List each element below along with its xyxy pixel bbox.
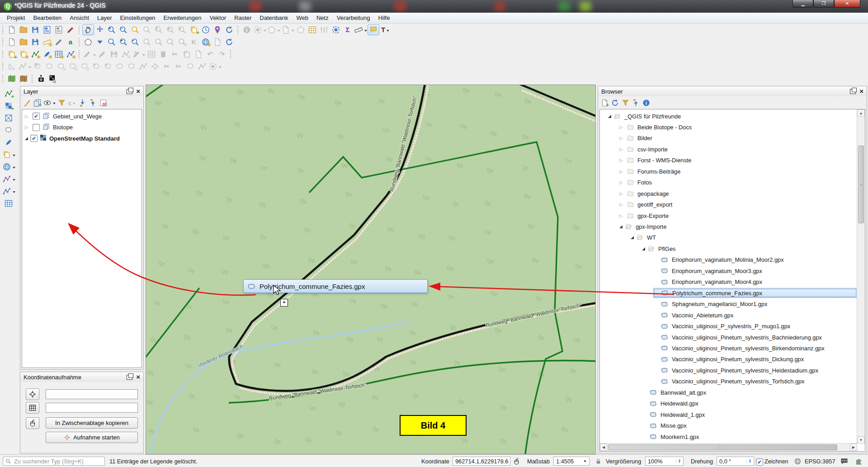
toolbar-handle[interactable] <box>2 25 4 34</box>
layer-visibility-checkbox[interactable] <box>33 124 40 131</box>
rotate-feature-icon[interactable]: ↻ <box>32 61 43 72</box>
track-mouse-button[interactable] <box>26 417 39 429</box>
close-panel-icon[interactable]: × <box>136 88 140 94</box>
browser-item-polytrichum-commune-fazies-gpx[interactable]: Polytrichum_commune_Fazies.gpx <box>653 288 857 298</box>
browser-item-forums-beitr-ge[interactable]: ▷Forums-Beiträge <box>619 166 857 176</box>
magnifier-3-icon[interactable] <box>165 37 176 47</box>
menu-verarbeitung[interactable]: Verarbeitung <box>333 13 374 23</box>
browser-item-vaccinio-abietetum-gpx[interactable]: Vaccinio_Abietetum.gpx <box>653 310 857 320</box>
paste-features-icon[interactable] <box>193 49 204 60</box>
expander-icon[interactable] <box>608 115 611 118</box>
magnifier-1-icon[interactable] <box>141 37 153 47</box>
expander-icon[interactable] <box>25 137 28 140</box>
cad-construction-icon[interactable] <box>18 61 32 72</box>
coordinate-field-1[interactable] <box>46 389 138 399</box>
menu-datenbank[interactable]: Datenbank <box>256 13 292 23</box>
browser-item-eriophorum-vaginatum-molinia-moor2-gpx[interactable]: Eriophorum_vaginatum_Molinia_Moor2.gpx <box>653 255 857 265</box>
add-feature-icon[interactable]: ✳ <box>120 49 132 60</box>
new-shapefile-layer-icon[interactable]: ✳ <box>18 49 29 60</box>
merge-attributes-icon[interactable]: ✂ <box>173 61 184 72</box>
render-checkbox[interactable]: ✔ <box>756 458 763 466</box>
undo-icon[interactable]: ↶ <box>204 49 216 60</box>
add-delimited-text-layer-icon[interactable] <box>3 137 14 148</box>
new-mesh-layer-icon[interactable]: ✳ <box>53 49 65 60</box>
toggle-editing-icon[interactable] <box>96 49 108 60</box>
statistics-summary-icon[interactable] <box>318 24 330 35</box>
toolbar-handle[interactable] <box>2 62 4 71</box>
add-part-icon[interactable]: ✳ <box>67 61 79 72</box>
current-edits-icon[interactable] <box>82 49 96 60</box>
collapse-all-icon[interactable] <box>88 98 98 108</box>
zoom-native-icon[interactable]: 1 <box>153 24 165 35</box>
vertex-tool-icon[interactable]: × <box>132 49 146 60</box>
down-arrow-icon[interactable] <box>94 37 106 47</box>
menu-projekt[interactable]: Projekt <box>3 13 29 23</box>
browser-item-gpx-exporte[interactable]: ▷gpx-Exporte <box>619 211 857 221</box>
browser-item-vaccinio-uliginosi-pinetum-sylvestris-heidestadium-gpx[interactable]: Vaccinio_uliginosi_Pinetum_sylvestris_He… <box>653 365 857 375</box>
trim-extend-icon[interactable] <box>196 61 208 72</box>
browser-item-moorkern1-gpx[interactable]: Moorkern1.gpx <box>642 432 857 442</box>
new-virtual-layer-icon[interactable]: ✳ <box>29 49 41 60</box>
copy-to-clipboard-button[interactable]: In Zwischenablage kopieren <box>46 417 138 429</box>
shortcut-k-icon[interactable]: K <box>188 37 200 47</box>
map-theme-green-icon[interactable] <box>6 73 18 84</box>
close-panel-icon[interactable]: × <box>136 374 140 380</box>
layer-item-gebiet-und-wege[interactable]: ▷✔Gebiet_und_Wege <box>25 111 142 121</box>
plugin-status-icon[interactable] <box>854 457 863 466</box>
menu-vektor[interactable]: Vektor <box>205 13 230 23</box>
pan-to-selection-icon[interactable] <box>94 24 106 35</box>
crs-globe-icon[interactable] <box>794 457 802 466</box>
expander-icon[interactable]: ▷ <box>25 114 30 119</box>
add-spatialite-layer-icon[interactable] <box>2 174 16 184</box>
new-geopackage-layer-icon[interactable]: + <box>6 49 18 60</box>
browser-item-geotiff-export[interactable]: ▷geotiff_export <box>619 200 857 210</box>
refresh-map-icon[interactable] <box>223 24 235 35</box>
reshape-features-icon[interactable] <box>126 61 137 72</box>
toolbar-handle[interactable] <box>230 50 232 59</box>
delete-part-icon[interactable]: × <box>102 61 114 72</box>
browser-properties-icon[interactable] <box>641 98 651 108</box>
map-canvas[interactable]: Rundweg "Bannwald "Waldmoor-Torfstich" R… <box>146 85 596 454</box>
new-gpx-layer-icon[interactable]: ✳ <box>65 49 76 60</box>
add-group-icon[interactable]: + <box>32 98 42 108</box>
expand-all-icon[interactable] <box>77 98 87 108</box>
add-oracle-layer-icon[interactable] <box>3 198 14 209</box>
redo-icon[interactable]: ↷ <box>216 49 228 60</box>
browser-item-sphagnetum-magellanici-moor1-gpx[interactable]: Sphagnetum_magellanici_Moor1.gpx <box>653 299 857 309</box>
add-selected-layers-icon[interactable]: + <box>599 98 609 108</box>
new-temporary-layer-icon[interactable]: ✳ <box>41 49 53 60</box>
new-print-layout-icon[interactable] <box>41 24 53 35</box>
browser-item-fotos[interactable]: ▷Fotos <box>619 178 857 188</box>
new-bookmark-icon[interactable] <box>212 24 223 35</box>
coordinate-capture-icon[interactable] <box>35 73 47 84</box>
browser-item-heidewald-1-gpx[interactable]: Heidewald_1.gpx <box>642 410 857 420</box>
add-point-cloud-layer-icon[interactable] <box>3 125 14 136</box>
menu-erweiterungen[interactable]: Erweiterungen <box>160 13 206 23</box>
expander-icon[interactable]: ▷ <box>619 136 625 141</box>
auto-label-icon[interactable]: a <box>65 37 76 47</box>
add-vector-layer-icon[interactable]: + <box>3 88 14 99</box>
modify-attributes-icon[interactable] <box>146 49 157 60</box>
float-panel-icon[interactable] <box>127 375 132 380</box>
browser-horizontal-scrollbar[interactable]: ◀ ⋮⋮⋮ ▶ <box>600 443 857 451</box>
text-annotation-icon[interactable]: T <box>379 24 391 35</box>
layer-visibility-checkbox[interactable]: ✔ <box>33 113 40 120</box>
toolbar-handle[interactable] <box>31 74 33 83</box>
toolbar-handle[interactable] <box>237 25 239 34</box>
minimize-button[interactable]: ▁ <box>793 0 813 8</box>
delete-ring-icon[interactable]: × <box>90 61 102 72</box>
toolbar-handle[interactable] <box>78 25 80 34</box>
rotation-spinbox[interactable]: 0,0 ° ▲▼ <box>717 457 754 466</box>
new-project-icon[interactable] <box>6 24 18 35</box>
scale-combobox[interactable]: 1:4505 ▼ <box>553 457 590 466</box>
expander-icon[interactable]: ▷ <box>25 125 30 130</box>
magnifier-2-icon[interactable] <box>153 37 165 47</box>
digitize-options-icon[interactable] <box>208 61 222 72</box>
attribute-table-icon[interactable] <box>307 24 318 35</box>
grid-coordinates-button[interactable] <box>26 402 39 414</box>
spinner-arrows-icon[interactable]: ▲▼ <box>676 459 681 463</box>
toolbar-handle[interactable] <box>78 38 80 47</box>
expander-icon[interactable]: ▷ <box>619 191 625 196</box>
simplify-feature-icon[interactable] <box>43 61 55 72</box>
crs-select-button[interactable] <box>26 388 39 400</box>
